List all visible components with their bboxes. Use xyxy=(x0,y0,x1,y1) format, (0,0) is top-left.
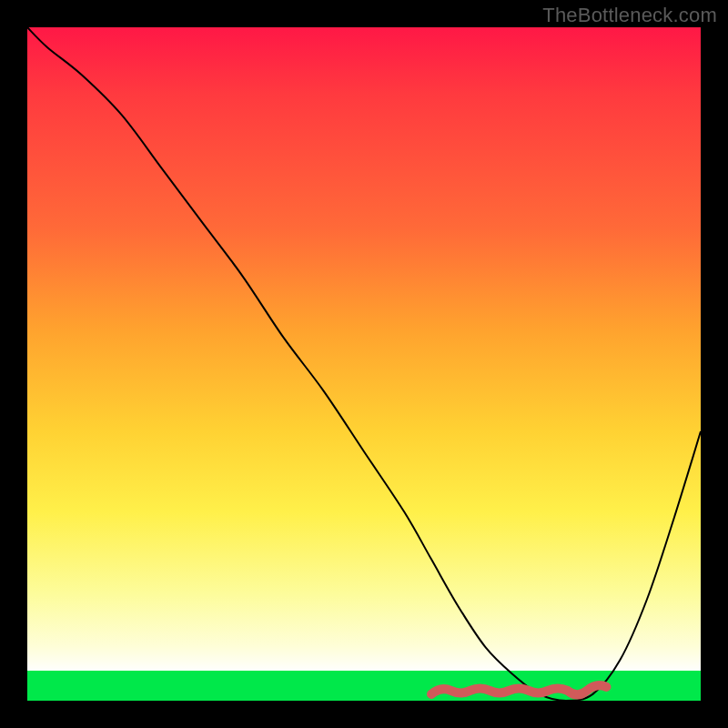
curve-layer xyxy=(27,27,701,701)
bottleneck-curve xyxy=(27,27,701,701)
chart-frame: TheBottleneck.com xyxy=(0,0,728,728)
watermark-text: TheBottleneck.com xyxy=(542,4,717,27)
optimal-range-squiggle xyxy=(431,685,606,694)
plot-area xyxy=(27,27,701,701)
